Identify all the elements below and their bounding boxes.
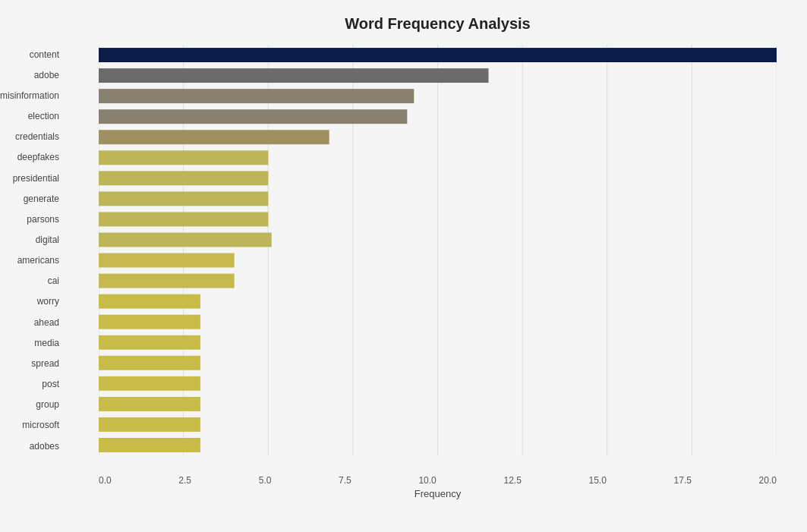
y-label: deepfakes <box>0 148 65 167</box>
chart-area: contentadobemisinformationelectioncreden… <box>99 45 777 455</box>
y-axis-labels: contentadobemisinformationelectioncreden… <box>0 45 65 455</box>
bar-credentials <box>99 130 329 144</box>
y-label: group <box>0 395 65 414</box>
x-tick: 12.5 <box>503 475 521 486</box>
bar-media <box>99 335 200 350</box>
y-label: cai <box>0 272 65 291</box>
bar-cai <box>99 274 235 288</box>
bar-americans <box>99 253 235 268</box>
bar-post <box>99 376 200 391</box>
y-label: americans <box>0 251 65 270</box>
y-label: content <box>0 45 65 64</box>
bar-generate <box>99 191 268 206</box>
bar-presidential <box>99 171 268 185</box>
y-label: misinformation <box>0 86 65 105</box>
chart-title: Word Frequency Analysis <box>99 15 777 33</box>
y-label: ahead <box>0 313 65 332</box>
y-label: microsoft <box>0 416 65 435</box>
x-tick: 17.5 <box>674 475 692 486</box>
y-label: adobes <box>0 436 65 455</box>
x-tick: 10.0 <box>418 475 436 486</box>
y-label: spread <box>0 354 65 373</box>
y-label: parsons <box>0 209 65 228</box>
x-axis-label: Frequency <box>415 488 461 499</box>
x-tick: 5.0 <box>259 475 272 486</box>
y-label: digital <box>0 230 65 249</box>
y-label: presidential <box>0 168 65 187</box>
y-label: media <box>0 333 65 352</box>
bar-content <box>99 48 777 62</box>
bar-adobe <box>99 68 488 83</box>
bar-worry <box>99 294 200 309</box>
x-tick: 20.0 <box>759 475 777 486</box>
x-tick: 2.5 <box>178 475 191 486</box>
chart-container: Word Frequency Analysis contentadobemisi… <box>0 0 807 532</box>
x-tick: 0.0 <box>99 475 112 486</box>
bar-group <box>99 397 200 411</box>
bar-parsons <box>99 212 268 226</box>
bar-ahead <box>99 315 200 329</box>
y-label: election <box>0 106 65 125</box>
bar-microsoft <box>99 417 200 432</box>
bar-spread <box>99 356 200 370</box>
bars-svg <box>99 45 777 455</box>
x-tick: 15.0 <box>589 475 607 486</box>
bar-digital <box>99 233 272 247</box>
bar-deepfakes <box>99 150 268 165</box>
x-tick: 7.5 <box>339 475 351 486</box>
y-label: worry <box>0 292 65 311</box>
y-label: credentials <box>0 127 65 146</box>
y-label: generate <box>0 189 65 208</box>
y-label: post <box>0 375 65 394</box>
bar-adobes <box>99 438 200 452</box>
x-axis: 0.02.55.07.510.012.515.017.520.0 <box>99 475 777 486</box>
bar-misinformation <box>99 89 414 103</box>
bar-election <box>99 109 407 124</box>
y-label: adobe <box>0 65 65 84</box>
